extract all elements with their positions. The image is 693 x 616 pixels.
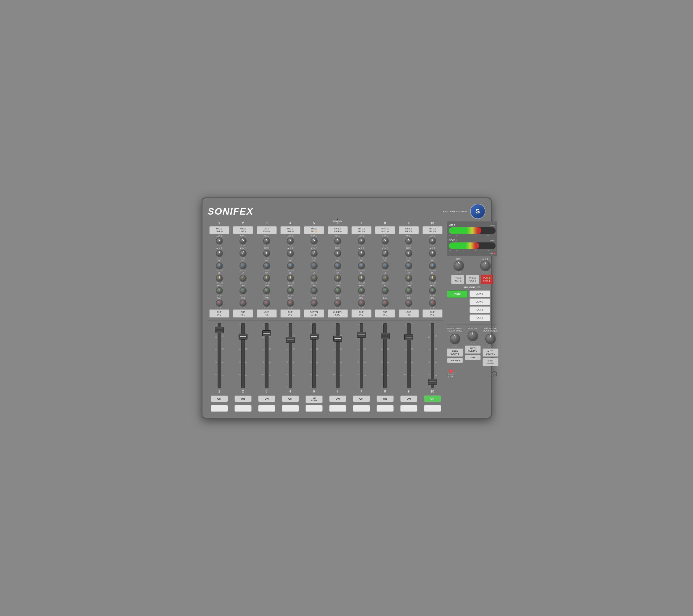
aux2-knob-3[interactable] [263,250,270,257]
ext2-out-btn[interactable]: EXT 2 [470,314,490,321]
pan-knob-6[interactable] [334,300,341,307]
hf-knob-4[interactable] [287,262,294,270]
hf-knob-7[interactable] [358,262,365,270]
pgm-mfm-btn[interactable]: PGM MFM [481,275,493,284]
fader-thumb-3[interactable] [262,330,271,336]
on-btn-7[interactable]: ON [353,396,370,402]
cue-btn-4[interactable]: CUEPFL [280,309,300,318]
pan-knob-8[interactable] [381,300,389,307]
lf-knob-3[interactable] [263,275,270,282]
pan-knob-7[interactable] [358,300,365,307]
on-btn-6[interactable]: ON [329,396,346,402]
aux2-knob-5[interactable] [311,250,318,257]
assign-btn-1[interactable] [211,405,228,412]
aux1-knob-5[interactable] [311,237,318,244]
assign-btn-5[interactable] [305,405,323,412]
lf-knob-1[interactable] [216,275,223,282]
on-btn-10[interactable]: ON [424,396,441,402]
lf-knob-9[interactable] [405,275,412,282]
trim-knob-7[interactable] [358,287,365,294]
aux2-knob-7[interactable] [358,250,365,257]
trim-knob-2[interactable] [239,287,246,294]
pan-knob-3[interactable] [263,300,270,307]
cue-btn-6[interactable]: CUE/PFL& T/B [328,309,348,318]
aux2-knob-9[interactable] [405,250,412,257]
lf-knob-6[interactable] [334,275,341,282]
fader-thumb-9[interactable] [404,334,413,340]
pan-knob-9[interactable] [405,300,412,307]
hf-knob-2[interactable] [239,262,246,270]
hf-knob-10[interactable] [429,262,436,270]
input-btn-5[interactable]: MIC TEL [304,226,324,234]
fader-thumb-10[interactable] [428,379,437,385]
assign-btn-8[interactable] [377,405,394,412]
lf-knob-2[interactable] [239,275,246,282]
trim-knob-1[interactable] [216,287,223,294]
lf-knob-7[interactable] [358,275,365,282]
aux1-out-btn[interactable]: AUX 1 [470,291,490,297]
pre-post-btn-2[interactable]: PRE POST [466,275,479,284]
fader-thumb-7[interactable] [357,332,366,338]
mute-btn[interactable]: MUTE [465,355,481,360]
pan-knob-4[interactable] [287,300,294,307]
aux1-knob-2[interactable] [239,237,246,244]
fader-thumb-4[interactable] [286,337,295,343]
aux1-knob-1[interactable] [216,237,223,244]
pan-knob-10[interactable] [429,300,436,307]
aux2-knob-10[interactable] [429,250,436,257]
fader-thumb-6[interactable] [333,336,342,342]
talkback-btn[interactable]: TALKBACK [447,358,463,363]
input-btn-3[interactable]: MIC LINE [257,226,277,234]
input-btn-4[interactable]: MIC LINE [280,226,300,234]
monitor-knob[interactable] [468,331,478,341]
cue-btn-3[interactable]: CUEPFL [257,309,277,318]
aux2-knob-2[interactable] [239,250,246,257]
trim-knob-10[interactable] [429,287,436,294]
right-aux1-knob[interactable] [454,260,464,271]
on-btn-5[interactable]: LINEHOLD [305,396,323,403]
input-btn-9[interactable]: INP 1 INP 2 [399,226,419,234]
on-btn-3[interactable]: ON [258,396,275,402]
auto-cue-btn-3[interactable]: AUTOCUE/PFL [482,349,498,357]
on-btn-2[interactable]: ON [235,396,252,402]
assign-btn-3[interactable] [258,405,275,412]
aux1-knob-8[interactable] [381,237,389,244]
cue-btn-10[interactable]: CUEPFL [422,309,442,318]
assign-btn-9[interactable] [400,405,417,412]
trim-knob-9[interactable] [405,287,412,294]
assign-btn-2[interactable] [235,405,252,412]
lf-knob-5[interactable] [311,275,318,282]
cue-btn-8[interactable]: CUEPFL [375,309,395,318]
on-btn-4[interactable]: ON [282,396,299,402]
aux1-knob-3[interactable] [263,237,270,244]
on-btn-9[interactable]: ON [400,396,417,402]
hf-knob-1[interactable] [216,262,223,270]
pan-knob-2[interactable] [239,300,246,307]
lf-knob-4[interactable] [287,275,294,282]
pan-knob-5[interactable] [311,300,318,307]
pan-knob-1[interactable] [216,300,223,307]
assign-btn-7[interactable] [353,405,370,412]
aux1-knob-4[interactable] [287,237,294,244]
aux2-knob-1[interactable] [216,250,223,257]
cue-btn-5[interactable]: CUE/PFL& T/B [304,309,324,318]
assign-btn-6[interactable] [329,405,346,412]
aux2-knob-8[interactable] [381,250,389,257]
trim-knob-4[interactable] [287,287,294,294]
assign-btn-4[interactable] [282,405,299,412]
auto-cue-btn-2[interactable]: AUTOCUE/PFL [465,345,481,354]
pgm-button[interactable]: PGM [447,291,468,298]
fader-thumb-1[interactable] [215,327,224,333]
presenter-knob[interactable] [485,334,496,344]
cue-btn-1[interactable]: CUEPFL [209,309,230,318]
aux1-knob-7[interactable] [358,237,365,244]
fader-thumb-8[interactable] [381,333,390,339]
auto-cue-btn-1[interactable]: AUTOCUE/PFL [447,349,463,357]
aux1-knob-10[interactable] [429,237,436,244]
aux2-knob-4[interactable] [287,250,294,257]
trim-knob-5[interactable] [311,287,318,294]
lf-knob-10[interactable] [429,275,436,282]
on-btn-1[interactable]: ON [211,396,228,402]
pgm-guest-knob[interactable] [450,334,460,344]
aux1-knob-6[interactable] [334,237,341,244]
